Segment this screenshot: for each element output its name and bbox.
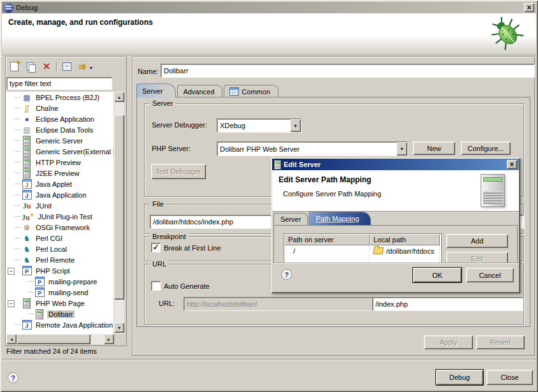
tree-connector <box>15 259 20 260</box>
url-path-input[interactable]: /index.php <box>372 297 523 311</box>
tree-connector <box>15 97 20 98</box>
tree-item-mailing-prepare[interactable]: Pmailing-prepare <box>6 276 113 287</box>
path-mapping-table[interactable]: Path on server Local path //dolibarr/htd… <box>284 233 442 263</box>
tree-item-bpel-process-b2j[interactable]: ▦BPEL Process (B2J) <box>6 92 113 103</box>
tree-item-http-preview[interactable]: HTTP Preview <box>6 157 113 168</box>
tree-item-perl-local[interactable]: ♞Perl Local <box>6 243 113 254</box>
apply-button[interactable]: Apply <box>424 335 473 349</box>
bug-icon <box>488 15 525 51</box>
tree-connector <box>15 129 20 130</box>
dialog-tab-path-mapping[interactable]: Path Mapping <box>309 212 371 225</box>
cell-path-on-server: / <box>284 245 370 256</box>
new-configuration-button[interactable]: + <box>8 60 20 73</box>
break-at-first-line-label: Break at First Line <box>164 244 221 252</box>
jup-icon: Ju✦ <box>22 212 34 222</box>
combo-dropdown-icon[interactable]: ▼ <box>396 142 407 156</box>
dialog-tab-content: Path on server Local path //dolibarr/htd… <box>272 225 519 263</box>
filter-status: Filter matched 24 of 24 items <box>6 347 97 355</box>
tree-expander-icon[interactable]: − <box>8 300 15 307</box>
filter-menu-caret-icon[interactable]: ▼ <box>88 61 94 74</box>
combo-dropdown-icon[interactable]: ▼ <box>290 119 301 132</box>
auto-generate-label: Auto Generate <box>164 282 210 290</box>
filter-button[interactable]: ⇉ <box>76 60 89 73</box>
tree-item-osgi-framework[interactable]: ⊕OSGi Framework <box>6 222 113 233</box>
tree-item-perl-remote[interactable]: ♞Perl Remote <box>6 254 113 265</box>
chain-icon: ∬ <box>22 103 32 113</box>
tree-item-label: Chaîne <box>34 105 59 112</box>
dialog-close-button[interactable]: × <box>507 160 517 169</box>
tree-item-generic-server[interactable]: Generic Server <box>6 135 113 146</box>
php-server-combo[interactable]: Dolibarr PHP Web Server ▼ <box>217 142 408 156</box>
test-debugger-button[interactable]: Test Debugger <box>151 164 206 179</box>
collapse-all-button[interactable]: − <box>61 60 73 73</box>
name-input[interactable]: Dolibarr <box>161 64 535 78</box>
new-server-button[interactable]: New <box>413 142 455 155</box>
tree-item-label: BPEL Process (B2J) <box>34 94 101 101</box>
column-path-on-server[interactable]: Path on server <box>284 234 370 245</box>
tree-item-mailing-send[interactable]: Pmailing-send <box>6 287 113 298</box>
tree-item-php-web-page[interactable]: −PHP Web Page <box>6 298 113 309</box>
tree-item-remote-java-application[interactable]: JRemote Java Application <box>6 319 113 330</box>
tree-item-eclipse-application[interactable]: ●Eclipse Application <box>6 113 113 124</box>
revert-button[interactable]: Revert <box>476 335 525 349</box>
tree-item-junit[interactable]: JuJUnit <box>6 200 113 211</box>
hscroll-thumb[interactable] <box>17 334 91 344</box>
bpel-icon: ▦ <box>22 92 32 103</box>
url-base-input[interactable]: http://localhostdolibarr/ <box>184 297 373 311</box>
tree-item-cha-ne[interactable]: ∬Chaîne <box>6 103 113 113</box>
tab-advanced[interactable]: Advanced <box>177 85 222 98</box>
vscroll-thumb[interactable] <box>114 115 124 300</box>
tree-item-java-applet[interactable]: JJava Applet <box>6 178 113 189</box>
tree-item-eclipse-data-tools[interactable]: ▤Eclipse Data Tools <box>6 124 113 135</box>
tree-item-dolibarr[interactable]: Dolibarr <box>6 309 113 319</box>
duplicate-configuration-button[interactable] <box>24 60 37 73</box>
configure-button[interactable]: Configure... <box>461 142 511 155</box>
scroll-left-button[interactable]: ◄ <box>6 334 17 344</box>
type-filter-input[interactable]: type filter text <box>6 77 112 90</box>
tree-item-label: Perl CGI <box>34 235 64 242</box>
perl-icon: ♞ <box>22 244 32 254</box>
dialog-tab-server[interactable]: Server <box>273 213 308 225</box>
edit-mapping-button[interactable]: Edit <box>446 252 508 263</box>
footer-separator <box>2 359 536 360</box>
scroll-right-button[interactable]: ► <box>104 334 114 344</box>
tab-server[interactable]: Server <box>136 83 176 98</box>
cancel-button[interactable]: Cancel <box>466 268 514 282</box>
tree-expander-icon[interactable]: − <box>8 268 15 275</box>
debug-button[interactable]: Debug <box>436 370 483 385</box>
tree-item-junit-plug-in-test[interactable]: Ju✦JUnit Plug-in Test <box>6 211 113 222</box>
tree-item-generic-server-external-la[interactable]: Generic Server(External La <box>6 146 113 157</box>
perl-icon: ♞ <box>22 233 32 243</box>
server-icon <box>274 160 281 170</box>
ok-button[interactable]: OK <box>413 268 462 282</box>
url-base-value: http://localhostdolibarr/ <box>187 300 258 308</box>
help-icon[interactable]: ? <box>8 372 18 383</box>
tree-item-j2ee-preview[interactable]: J2EE Preview <box>6 168 113 178</box>
tab-advanced-label: Advanced <box>183 88 214 96</box>
server-icon <box>22 147 32 157</box>
folder-icon <box>373 247 384 254</box>
auto-generate-checkbox[interactable] <box>151 281 161 291</box>
close-button[interactable]: Close <box>486 370 533 385</box>
tree-connector <box>15 151 20 152</box>
name-label: Name: <box>138 68 158 75</box>
tab-common[interactable]: Common <box>224 85 279 98</box>
break-at-first-line-checkbox[interactable] <box>151 243 161 252</box>
php-server-label: PHP Server: <box>152 145 191 152</box>
server-debugger-combo[interactable]: XDebug ▼ <box>217 119 302 133</box>
tree-item-perl-cgi[interactable]: ♞Perl CGI <box>6 233 113 243</box>
column-local-path[interactable]: Local path <box>370 234 440 245</box>
scroll-down-button[interactable]: ▼ <box>114 323 124 333</box>
path-mapping-row[interactable]: //dolibarr/htdocs <box>284 245 441 256</box>
server-icon <box>22 168 32 178</box>
scroll-up-button[interactable]: ▲ <box>114 92 124 102</box>
tree-item-label: Generic Server(External La <box>34 148 113 156</box>
add-mapping-button[interactable]: Add <box>446 234 508 248</box>
php-server-value: Dolibarr PHP Web Server <box>217 145 396 153</box>
close-window-button[interactable]: × <box>524 3 534 12</box>
tree-item-php-script[interactable]: −PPHP Script <box>6 265 113 276</box>
delete-configuration-button[interactable]: ✕ <box>40 60 53 73</box>
tree-connector <box>15 249 20 249</box>
dialog-help-icon[interactable]: ? <box>281 269 292 280</box>
tree-item-java-application[interactable]: JJava Application <box>6 189 113 200</box>
